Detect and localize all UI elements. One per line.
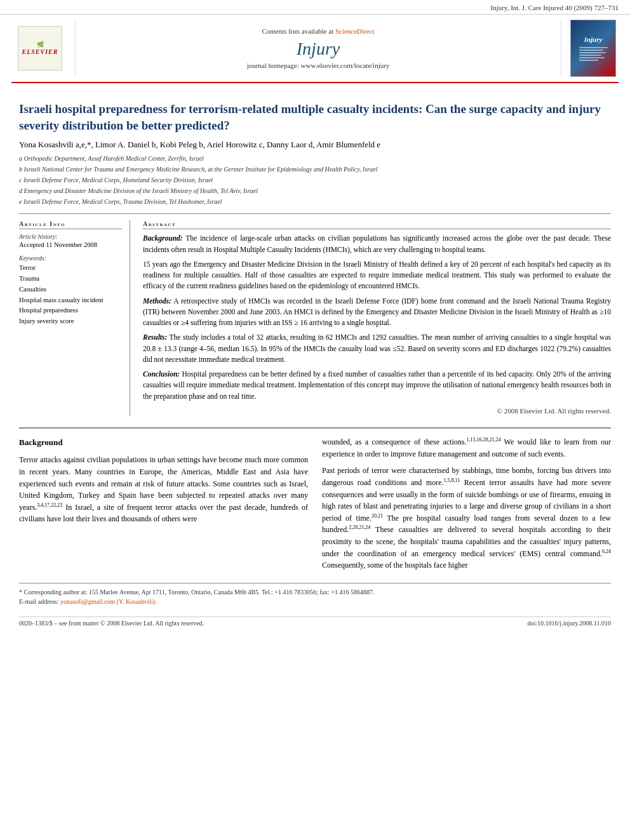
keyword-terror: Terror [19,263,122,274]
history-value: Accepted 11 November 2008 [19,241,122,248]
ref-20-21: 20,21 [372,513,383,519]
affiliation-b: b Israeli National Center for Trauma and… [19,164,611,175]
keyword-trauma: Trauma [19,274,122,284]
page-footer: 0020–1383/$ – see front matter © 2008 El… [19,617,611,627]
keyword-casualties: Casualties [19,284,122,295]
background-label: Background: [143,234,183,242]
keywords-label: Keywords: [19,255,122,262]
article-info-label: Article Info [19,220,122,229]
ref-1-5-8-11: 1,5,8,11 [443,477,460,483]
journal-center-header: Contents lists available at ScienceDirec… [75,20,561,77]
abstract-conclusion: Conclusion: Hospital preparedness can be… [143,369,611,402]
section-divider [19,427,611,429]
affiliation-a: a Orthopedic Department, Assaf Harofeh M… [19,154,611,164]
footer-issn: 0020–1383/$ – see front matter © 2008 El… [19,620,204,627]
footer-doi: doi:10.1016/j.injury.2008.11.010 [528,620,611,627]
abstract-background: Background: The incidence of large-scale… [143,233,611,255]
journal-header: 🌿 ELSEVIER Contents lists available at S… [11,15,619,83]
abstract-para2: 15 years ago the Emergency and Disaster … [143,259,611,292]
email-label: E-mail address: [19,598,58,605]
abstract-results: Results: The study includes a total of 3… [143,332,611,365]
article-title: Israeli hospital preparedness for terror… [19,101,611,133]
abstract-text: Background: The incidence of large-scale… [143,233,611,416]
elsevier-name: ELSEVIER [22,48,58,55]
affiliations: a Orthopedic Department, Assaf Harofeh M… [19,154,611,207]
article-info-column: Article Info Article history: Accepted 1… [19,220,130,416]
affiliation-d: d Emergency and Disaster Medicine Divisi… [19,186,611,196]
main-content: Israeli hospital preparedness for terror… [0,83,630,639]
journal-name: Injury [297,39,340,59]
elsevier-logo-area: 🌿 ELSEVIER [11,20,69,77]
ref-1-15-16-20-21-24: 1,15,16,20,21,24 [466,437,500,443]
body-left-column: Background Terror attacks against civili… [19,436,308,577]
authors-line: Yona Kosashvili a,e,*, Limor A. Daniel b… [19,140,611,150]
body-col1-para1: Terror attacks against civilian populati… [19,454,308,525]
ref-6-24: 6,24 [602,549,611,554]
email-value: yonasofi@gmail.com (Y. Kosashvili). [60,598,157,605]
conclusion-label: Conclusion: [143,370,180,378]
abstract-label: Abstract [143,220,611,229]
body-right-column: wounded, as a consequence of these actio… [322,436,611,577]
body-col2-para2: Past periods of terror were characterise… [322,465,611,571]
journal-homepage: journal homepage: www.elsevier.com/locat… [247,62,390,69]
affiliation-c: c Israeli Defense Force, Medical Corps, … [19,175,611,185]
ref-3-4-17-22-23: 3,4,17,22,23 [37,502,62,508]
body-col2-para1: wounded, as a consequence of these actio… [322,436,611,460]
affiliation-e: e Israeli Defense Force, Medical Corps, … [19,197,611,207]
keywords-section: Keywords: Terror Trauma Casualties Hospi… [19,255,122,327]
keyword-hmci: Hospital mass casualty incident [19,295,122,306]
results-label: Results: [143,333,167,341]
abstract-methods: Methods: A retrospective study of HMCIs … [143,296,611,329]
email-note: E-mail address: yonasofi@gmail.com (Y. K… [19,597,611,606]
sciencedirect-line: Contents lists available at ScienceDirec… [262,27,374,35]
background-heading: Background [19,436,308,449]
footnote-area: * Corresponding author at: 155 Marlee Av… [19,583,611,606]
history-label: Article history: [19,233,122,240]
abstract-copyright: © 2008 Elsevier Ltd. All rights reserved… [143,406,611,417]
abstract-column: Abstract Background: The incidence of la… [143,220,611,416]
ref-2-20-21-24: 2,20,21,24 [349,524,370,530]
journal-citation: Injury, Int. J. Care Injured 40 (2009) 7… [0,0,630,15]
keyword-preparedness: Hospital preparedness [19,305,122,316]
corresponding-author-note: * Corresponding author at: 155 Marlee Av… [19,587,611,597]
sciencedirect-link[interactable]: ScienceDirect [335,27,375,35]
methods-label: Methods: [143,297,171,305]
keyword-iss: Injury severity score [19,316,122,327]
article-info-abstract-section: Article Info Article history: Accepted 1… [19,213,611,416]
journal-thumbnail: Injury [568,20,619,77]
body-text-section: Background Terror attacks against civili… [19,436,611,577]
